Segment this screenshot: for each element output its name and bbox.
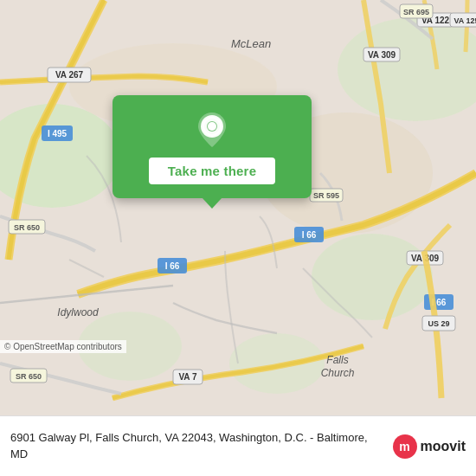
svg-text:VA 309: VA 309 bbox=[368, 50, 396, 60]
svg-text:US 29: US 29 bbox=[428, 319, 449, 328]
svg-text:Idylwood: Idylwood bbox=[57, 306, 99, 318]
svg-point-45 bbox=[208, 122, 216, 131]
take-me-there-button[interactable]: Take me there bbox=[149, 158, 275, 184]
map-container: I 495 VA 267 I 66 I 66 I 66 VA 7 VA 309 … bbox=[0, 0, 476, 415]
svg-text:SR 595: SR 595 bbox=[313, 191, 339, 200]
svg-text:McLean: McLean bbox=[231, 37, 271, 50]
svg-text:I 66: I 66 bbox=[302, 230, 317, 240]
moovit-text: moovit bbox=[421, 439, 466, 454]
address-text: 6901 Galway Pl, Falls Church, VA 22043, … bbox=[10, 430, 386, 461]
bottom-bar: 6901 Galway Pl, Falls Church, VA 22043, … bbox=[0, 415, 476, 476]
svg-text:VA 125: VA 125 bbox=[453, 16, 476, 25]
svg-text:SR 650: SR 650 bbox=[16, 372, 42, 381]
osm-credit: © OpenStreetMap contributors bbox=[0, 340, 126, 353]
svg-text:Falls: Falls bbox=[326, 354, 348, 366]
svg-text:VA 7: VA 7 bbox=[178, 372, 197, 382]
popup-overlay: Take me there bbox=[113, 95, 312, 198]
svg-text:I 495: I 495 bbox=[48, 129, 68, 138]
svg-text:SR 695: SR 695 bbox=[403, 8, 429, 16]
svg-text:VA 267: VA 267 bbox=[55, 70, 84, 80]
svg-text:I 66: I 66 bbox=[165, 261, 180, 271]
location-pin-icon bbox=[193, 111, 231, 149]
svg-text:Church: Church bbox=[321, 367, 355, 379]
svg-text:SR 650: SR 650 bbox=[14, 223, 40, 232]
moovit-logo: m moovit bbox=[393, 434, 466, 459]
moovit-icon: m bbox=[393, 434, 417, 459]
svg-point-3 bbox=[312, 234, 433, 320]
